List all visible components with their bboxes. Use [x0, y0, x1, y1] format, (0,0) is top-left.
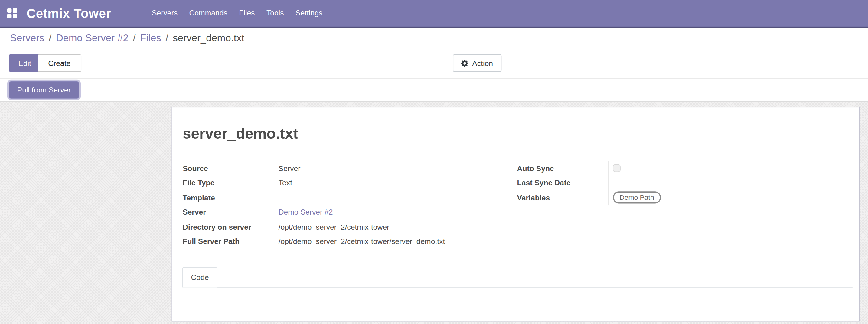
object-buttons-row: Pull from Server: [0, 78, 868, 102]
field-group-left: Source Server File Type Text Template Se…: [183, 161, 504, 249]
field-label-auto-sync: Auto Sync: [517, 164, 608, 172]
field-row-last-sync: Last Sync Date: [517, 175, 833, 190]
brand-title[interactable]: Cetmix Tower: [27, 6, 111, 21]
form-sheet: server_demo.txt Source Server File Type …: [172, 107, 860, 321]
main-menu: Servers Commands Files Tools Settings: [146, 0, 329, 27]
nav-item-tools[interactable]: Tools: [261, 0, 290, 27]
field-label-full-path: Full Server Path: [183, 237, 272, 246]
field-row-template: Template: [183, 190, 504, 205]
form-view-background: server_demo.txt Source Server File Type …: [0, 102, 868, 324]
app-window: Cetmix Tower Servers Commands Files Tool…: [0, 0, 868, 324]
apps-grid-icon[interactable]: [7, 8, 17, 18]
field-row-file-type: File Type Text: [183, 175, 504, 190]
breadcrumb-separator: /: [133, 32, 135, 44]
field-value-directory: /opt/demo_server_2/cetmix-tower: [272, 220, 504, 234]
field-row-directory: Directory on server /opt/demo_server_2/c…: [183, 220, 504, 234]
action-button[interactable]: Action: [453, 54, 501, 72]
field-value-auto-sync: [608, 161, 833, 176]
field-value-file-type: Text: [272, 175, 504, 190]
field-label-file-type: File Type: [183, 179, 272, 187]
control-panel-buttons: Edit Create Action: [0, 48, 868, 78]
edit-button[interactable]: Edit: [9, 54, 40, 72]
field-row-auto-sync: Auto Sync: [517, 161, 833, 176]
field-label-directory: Directory on server: [183, 223, 272, 231]
nav-item-files[interactable]: Files: [233, 0, 261, 27]
record-title: server_demo.txt: [183, 126, 298, 143]
field-label-template: Template: [183, 193, 272, 202]
action-button-label: Action: [472, 59, 493, 67]
top-navbar: Cetmix Tower Servers Commands Files Tool…: [0, 0, 868, 28]
field-row-server: Server Demo Server #2: [183, 205, 504, 220]
create-button[interactable]: Create: [37, 54, 81, 72]
field-value-source: Server: [272, 161, 504, 176]
field-value-variables: Demo Path: [608, 190, 833, 205]
breadcrumb-link-files[interactable]: Files: [140, 32, 161, 44]
breadcrumb-link-demo-server[interactable]: Demo Server #2: [56, 32, 128, 44]
gear-icon: [461, 60, 468, 67]
field-value-server-link[interactable]: Demo Server #2: [272, 205, 504, 220]
field-label-source: Source: [183, 164, 272, 172]
breadcrumb-current: server_demo.txt: [173, 32, 244, 44]
field-label-last-sync: Last Sync Date: [517, 179, 608, 187]
nav-item-commands[interactable]: Commands: [183, 0, 233, 27]
auto-sync-checkbox[interactable]: [613, 164, 621, 172]
nav-item-servers[interactable]: Servers: [146, 0, 184, 27]
pull-from-server-button[interactable]: Pull from Server: [9, 81, 79, 99]
tab-code[interactable]: Code: [182, 267, 218, 288]
variable-tag-demo-path: Demo Path: [613, 192, 660, 204]
field-row-variables: Variables Demo Path: [517, 190, 833, 205]
field-group-right: Auto Sync Last Sync Date Variables Demo …: [517, 161, 833, 205]
breadcrumb-separator: /: [49, 32, 52, 44]
field-value-template: [272, 190, 504, 205]
field-label-variables: Variables: [517, 193, 608, 202]
breadcrumb: Servers / Demo Server #2 / Files / serve…: [0, 28, 868, 49]
field-row-source: Source Server: [183, 161, 504, 176]
tabbar-divider: [182, 287, 852, 288]
field-row-full-path: Full Server Path /opt/demo_server_2/cetm…: [183, 234, 504, 249]
field-value-last-sync: [608, 175, 833, 190]
nav-item-settings[interactable]: Settings: [290, 0, 329, 27]
breadcrumb-link-servers[interactable]: Servers: [10, 32, 44, 44]
field-label-server: Server: [183, 208, 272, 217]
field-value-full-path: /opt/demo_server_2/cetmix-tower/server_d…: [272, 234, 504, 249]
breadcrumb-separator: /: [166, 32, 168, 44]
